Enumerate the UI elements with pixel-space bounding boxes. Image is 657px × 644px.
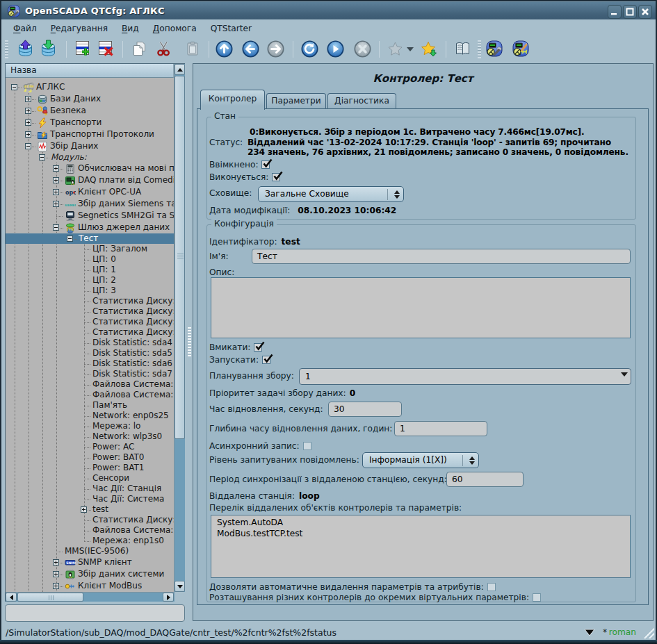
- tree-item-0[interactable]: АГЛКС АГЛКС: [6, 81, 174, 93]
- menu-0[interactable]: Файл: [6, 22, 44, 35]
- name-input[interactable]: Тест: [252, 249, 631, 264]
- mess-combobox[interactable]: Інформація (1[X]): [362, 452, 479, 468]
- vision-button[interactable]: [510, 38, 532, 59]
- tree-item-29[interactable]: Пам'ять: [6, 400, 174, 411]
- tree-item-16[interactable]: ЦП: 1: [6, 265, 174, 275]
- nav-up-button[interactable]: [213, 38, 235, 59]
- tree-item-27[interactable]: Файлова Система:: [6, 379, 174, 390]
- tree-item-35[interactable]: Power: BAT1: [6, 463, 174, 473]
- scrollbar-handle[interactable]: [175, 76, 185, 439]
- enable-checkbox[interactable]: [254, 343, 262, 352]
- scroll-up-button[interactable]: [175, 64, 185, 75]
- favorite-add-button[interactable]: [417, 38, 439, 59]
- tab-diagnostics[interactable]: Діагностика: [327, 93, 396, 109]
- qtcfg-button[interactable]: [483, 38, 505, 59]
- minimize-button[interactable]: [608, 5, 622, 19]
- tree-item-34[interactable]: Power: BAT0: [6, 452, 174, 463]
- tree-item-13[interactable]: Тест: [6, 233, 174, 244]
- storage-combobox[interactable]: Загальне Сховище: [258, 186, 404, 202]
- expand-icon[interactable]: [25, 119, 31, 126]
- manual-button[interactable]: [451, 38, 473, 59]
- tree-item-41[interactable]: Файлова Система:: [6, 525, 174, 536]
- tree-item-17[interactable]: ЦП: 2: [6, 275, 174, 286]
- collapse-icon[interactable]: [53, 224, 59, 231]
- collapse-icon[interactable]: [67, 236, 73, 242]
- tree-item-28[interactable]: Файлова Система:: [6, 390, 174, 400]
- tree-item-22[interactable]: Статистика Диску:: [6, 327, 174, 338]
- tree-item-45[interactable]: Збір даних системи: [6, 568, 174, 580]
- resize-grip[interactable]: [642, 627, 654, 638]
- expand-icon[interactable]: [53, 559, 59, 565]
- menu-3[interactable]: Допомога: [146, 22, 204, 35]
- expand-icon[interactable]: [25, 108, 31, 114]
- tree-item-6[interactable]: Модуль:: [6, 152, 174, 163]
- nav-back-button[interactable]: [239, 38, 261, 59]
- tree-item-10[interactable]: SIEMENSЗбір даних Siemens та: [6, 198, 174, 210]
- tree-header[interactable]: Назва: [6, 64, 174, 78]
- tree-item-37[interactable]: Час Дії: Станція: [6, 484, 174, 494]
- item-del-button[interactable]: [95, 38, 117, 59]
- tree-item-36[interactable]: Сенсори: [6, 473, 174, 484]
- scroll-left-button[interactable]: [6, 593, 17, 602]
- tree-item-3[interactable]: Транспорти: [6, 117, 174, 129]
- tree-item-5[interactable]: Збір Даних: [6, 140, 174, 152]
- menu-1[interactable]: Редагування: [44, 22, 115, 35]
- expand-icon[interactable]: [25, 131, 31, 138]
- tree-item-2[interactable]: Безпека: [6, 105, 174, 117]
- tree-item-30[interactable]: Network: enp0s25: [6, 411, 174, 421]
- collapse-icon[interactable]: [25, 143, 31, 149]
- tree-item-11[interactable]: SMH 2GiSegnetics SMH2Gi та S: [6, 210, 174, 222]
- collapse-icon[interactable]: [11, 84, 17, 90]
- running-checkbox[interactable]: [272, 173, 280, 181]
- async-checkbox[interactable]: [303, 442, 311, 450]
- tree-item-12[interactable]: Шлюз джерел даних: [6, 222, 174, 233]
- expand-icon[interactable]: [25, 96, 31, 102]
- maximize-button[interactable]: [623, 5, 637, 19]
- tree-horizontal-scrollbar[interactable]: [6, 592, 175, 602]
- tree-item-39[interactable]: test: [6, 504, 174, 515]
- titlebar[interactable]: OpenSCADA QTCfg: АГЛКС: [1, 1, 656, 19]
- tree-item-19[interactable]: Статистика Диску:: [6, 296, 174, 306]
- reload-button[interactable]: [298, 38, 321, 59]
- menu-2[interactable]: Вид: [115, 22, 146, 35]
- tree-item-7[interactable]: Обчислювач на мові пер: [6, 163, 174, 174]
- expand-icon[interactable]: [53, 189, 59, 195]
- tree-item-21[interactable]: Статистика Диску:: [6, 317, 174, 327]
- item-add-button[interactable]: [72, 38, 94, 59]
- sched-combobox[interactable]: 1: [299, 368, 631, 385]
- sync-input[interactable]: 60: [446, 472, 524, 487]
- tree-item-44[interactable]: SNMPSNMP клієнт: [6, 556, 174, 568]
- tree-item-26[interactable]: Disk Statistic: sda7: [6, 369, 174, 379]
- tree-filter-input[interactable]: [5, 604, 185, 622]
- autodel-checkbox[interactable]: [487, 583, 496, 591]
- depth-input[interactable]: 1: [394, 421, 487, 436]
- cut-button[interactable]: [152, 38, 175, 59]
- expand-icon[interactable]: [53, 165, 59, 172]
- tree-item-46[interactable]: Клієнт ModBus: [6, 580, 174, 592]
- descr-textarea[interactable]: [211, 277, 631, 338]
- tree-item-32[interactable]: Network: wlp3s0: [6, 431, 174, 442]
- start-checkbox[interactable]: [262, 356, 270, 364]
- tree-item-33[interactable]: Power: AC: [6, 442, 174, 452]
- tree-item-9[interactable]: opc Клієнт OPC-UA: [6, 186, 174, 198]
- tree-item-31[interactable]: Мережа: lo: [6, 421, 174, 431]
- expand-icon[interactable]: [53, 201, 59, 207]
- tree-item-38[interactable]: Час Дії: Система: [6, 494, 174, 504]
- expand-icon[interactable]: [53, 583, 59, 589]
- list-textarea[interactable]: System.AutoDA ModBus.testTCP.test: [211, 515, 631, 578]
- tree-item-42[interactable]: Мережа: enp1s0: [6, 536, 174, 546]
- tab-parameters[interactable]: Параметри: [266, 93, 326, 109]
- tree-item-15[interactable]: ЦП: 0: [6, 254, 174, 265]
- start-button[interactable]: [324, 38, 346, 59]
- collapse-icon[interactable]: [39, 154, 45, 160]
- favorites-button[interactable]: [384, 38, 406, 59]
- db-load-button[interactable]: [15, 38, 37, 59]
- toolbar-handle[interactable]: [4, 40, 9, 58]
- tree-item-20[interactable]: Статистика Диску:: [6, 306, 174, 317]
- tree-item-25[interactable]: Disk Statistic: sda6: [6, 358, 174, 369]
- expand-icon[interactable]: [81, 506, 87, 513]
- scroll-right-button[interactable]: [163, 593, 174, 602]
- tree-item-8[interactable]: DAQ плати від Comedi: [6, 174, 174, 186]
- expand-icon[interactable]: [53, 177, 59, 183]
- status-dropdown-icon[interactable]: [584, 629, 595, 638]
